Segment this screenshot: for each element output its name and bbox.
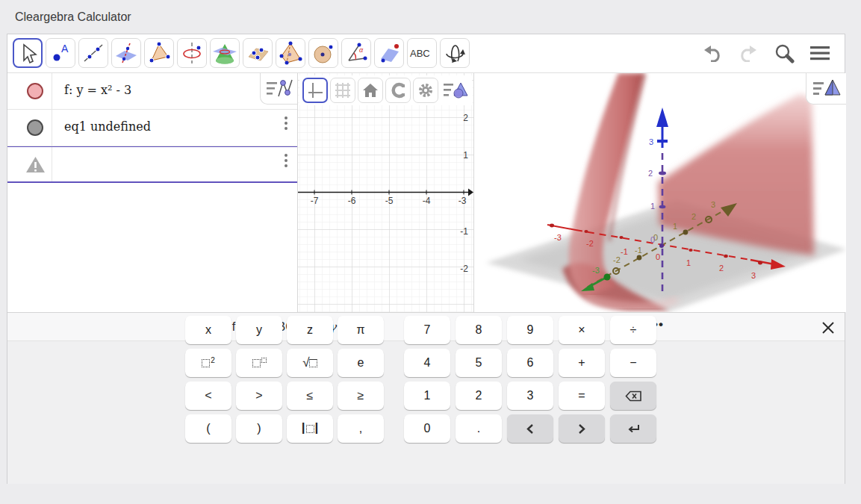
key-abs[interactable]: || (287, 414, 333, 443)
tool-rotate-view-button[interactable] (440, 38, 470, 68)
grid-toggle-button[interactable] (330, 78, 355, 103)
key-y[interactable]: y (236, 316, 282, 344)
revolve-icon (180, 41, 204, 65)
tool-text-button[interactable]: ABC (407, 38, 437, 68)
key-divide[interactable]: ÷ (610, 316, 656, 344)
key-e[interactable]: e (338, 349, 384, 377)
tool-line-button[interactable] (78, 38, 108, 68)
key-power[interactable] (236, 349, 282, 377)
key-7[interactable]: 7 (404, 316, 450, 344)
visibility-marble-gray[interactable] (27, 119, 43, 136)
key-pi[interactable]: π (338, 316, 384, 344)
key-9[interactable]: 9 (507, 316, 553, 344)
key-minus[interactable]: − (610, 349, 656, 377)
key-8[interactable]: 8 (456, 316, 502, 344)
svg-text:2: 2 (463, 113, 468, 123)
key-2[interactable]: 2 (456, 382, 502, 410)
settings-button[interactable] (413, 78, 438, 103)
tool-move-button[interactable] (13, 38, 43, 68)
graphics-2d-view[interactable]: -7 -6 -5 -4 -3 2 1 -1 -2 (298, 73, 473, 312)
svg-text:-1: -1 (621, 247, 628, 256)
close-keyboard-button[interactable] (821, 320, 836, 335)
snap-to-grid-button[interactable] (385, 78, 411, 103)
algebra-row-function[interactable]: f: y = x² - 3 (7, 73, 297, 110)
svg-text:3: 3 (649, 137, 653, 146)
line-icon (82, 42, 105, 64)
svg-text:α: α (359, 46, 364, 54)
angle-icon: α (344, 41, 368, 65)
key-equals[interactable]: = (559, 382, 605, 410)
key-decimal-point[interactable]: . (456, 414, 502, 443)
plane-points-icon (246, 41, 270, 65)
key-6[interactable]: 6 (507, 349, 553, 377)
row-menu-kebab-icon[interactable] (281, 154, 291, 170)
tool-perpendicular-plane-button[interactable] (111, 38, 141, 68)
search-button[interactable] (773, 42, 795, 64)
tool-plane-button[interactable] (374, 38, 404, 68)
graphics-3d-stylebar-button[interactable] (806, 73, 846, 105)
undo-icon (702, 44, 723, 62)
key-less-equal[interactable]: ≤ (287, 382, 333, 410)
key-greater-than[interactable]: > (236, 382, 282, 410)
svg-text:2: 2 (691, 212, 696, 221)
key-sqrt[interactable]: √ (287, 349, 333, 377)
axes-toggle-button[interactable] (302, 78, 328, 103)
tool-revolution-button[interactable] (177, 38, 207, 68)
graphics-3d-view[interactable]: -3 -2 -1 0 1 2 3 -2 -1 0 1 2 3 (473, 73, 846, 312)
plane-icon (377, 41, 401, 65)
grid-icon (335, 82, 351, 99)
graphics-stylebar-button[interactable] (441, 78, 470, 103)
key-1[interactable]: 1 (404, 382, 450, 410)
key-plus[interactable]: + (559, 349, 605, 377)
key-cursor-left[interactable] (507, 414, 553, 443)
svg-text:3: 3 (751, 271, 756, 280)
svg-text:ABC: ABC (410, 48, 430, 59)
key-open-paren[interactable]: ( (185, 414, 231, 443)
key-0[interactable]: 0 (404, 414, 450, 443)
magnet-icon (390, 82, 406, 99)
key-backspace[interactable] (610, 382, 656, 410)
row-menu-kebab-icon[interactable] (281, 116, 291, 133)
algebra-input-row[interactable] (7, 146, 297, 183)
tool-polygon-button[interactable] (144, 38, 174, 68)
home-button[interactable] (358, 78, 383, 103)
key-greater-equal[interactable]: ≥ (338, 382, 384, 410)
plane-line-icon (114, 41, 138, 65)
key-x[interactable]: x (185, 316, 231, 344)
key-multiply[interactable]: × (559, 316, 605, 344)
key-5[interactable]: 5 (456, 349, 502, 377)
key-comma[interactable]: , (338, 414, 384, 443)
svg-text:-6: -6 (348, 196, 356, 206)
visibility-marble-red[interactable] (27, 83, 43, 99)
tool-pyramid-button[interactable] (276, 38, 305, 68)
pyramid-icon (279, 41, 302, 65)
redo-icon (738, 44, 759, 62)
algebra-stylebar-button[interactable] (260, 73, 297, 105)
tool-point-button[interactable]: A (46, 38, 75, 68)
app-title: Cleargebra Calculator (15, 10, 131, 24)
algebra-row-equation[interactable]: eq1 undefined (7, 110, 297, 146)
key-cursor-right[interactable] (559, 414, 605, 443)
divider (52, 147, 52, 181)
key-square[interactable]: 2 (185, 349, 231, 377)
key-4[interactable]: 4 (404, 349, 450, 377)
svg-text:1: 1 (463, 150, 468, 161)
svg-text:2: 2 (648, 169, 653, 178)
tool-angle-button[interactable]: α (341, 38, 371, 68)
key-close-paren[interactable]: ) (236, 414, 282, 443)
key-z[interactable]: z (287, 316, 333, 344)
menu-button[interactable] (809, 42, 831, 64)
algebra-style-icon (266, 78, 293, 99)
svg-text:0: 0 (656, 252, 660, 261)
tool-intersect-cone-button[interactable] (210, 38, 240, 68)
tool-sphere-button[interactable] (308, 38, 338, 68)
key-enter[interactable] (610, 414, 656, 443)
hamburger-menu-icon (809, 44, 830, 62)
undo-button[interactable] (701, 42, 724, 64)
svg-text:-2: -2 (613, 255, 621, 264)
redo-button[interactable] (737, 42, 759, 64)
divider (52, 110, 52, 146)
key-3[interactable]: 3 (507, 382, 553, 410)
key-less-than[interactable]: < (185, 382, 231, 410)
tool-points-plane-button[interactable] (243, 38, 273, 68)
